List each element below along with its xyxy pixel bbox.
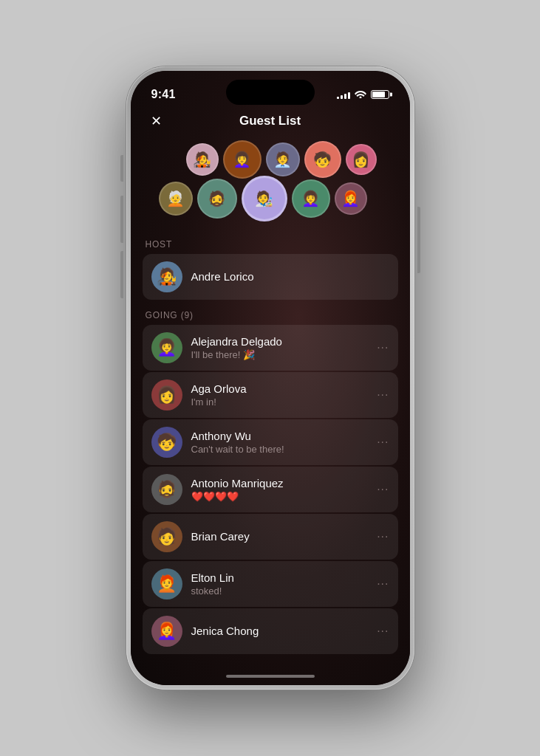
avatar-9: 👩‍🦰 [335,182,367,215]
guest-name-7: Jenica Chong [191,625,369,638]
avatar-cluster: 🧑‍🎤 👩‍🦱 🧑‍💼 🧒 👩 🧑‍🦳 🧔 🧑‍🎨 👩‍🦱 👩‍🦰 [131,137,410,233]
volume-up-button[interactable] [120,196,123,243]
host-name: Andre Lorico [191,270,389,284]
more-button-4[interactable]: ··· [377,483,389,496]
guest-status-6: stoked! [191,585,369,597]
guest-name-2: Aga Orlova [191,382,369,396]
battery-icon [371,90,389,99]
power-button[interactable] [417,207,420,273]
guest-info-5: Brian Carey [191,530,369,543]
guest-item-antonio: 🧔 Antonio Manriquez ❤️❤️❤️❤️ ··· [143,467,398,512]
guest-item-alejandra: 👩‍🦱 Alejandra Delgado I'll be there! 🎉 ·… [143,325,398,371]
avatar-1: 🧑‍🎤 [186,143,219,176]
guest-name-6: Elton Lin [191,571,369,585]
guest-name-5: Brian Carey [191,530,369,543]
phone-frame: 9:41 [126,66,414,690]
status-icons [337,89,389,100]
status-time: 9:41 [151,88,176,101]
guest-status-1: I'll be there! 🎉 [191,349,369,360]
dynamic-island [226,80,315,105]
avatar-8: 👩‍🦱 [292,179,330,218]
going-label: GOING (9) [143,304,398,325]
volume-down-button[interactable] [120,251,123,298]
host-section: HOST 🧑‍🎤 Andre Lorico [131,233,410,300]
host-avatar: 🧑‍🎤 [151,261,182,292]
mute-button[interactable] [120,155,123,182]
host-label: HOST [143,233,398,254]
avatar-3: 🧑‍💼 [266,142,300,176]
avatar-row-1: 🧑‍🎤 👩‍🦱 🧑‍💼 🧒 👩 [186,140,377,179]
more-button-3[interactable]: ··· [377,436,389,449]
signal-bar-1 [337,97,339,99]
signal-bar-2 [341,95,343,99]
close-button[interactable]: ✕ [146,110,168,132]
guest-item-aga: 👩 Aga Orlova I'm in! ··· [143,372,398,418]
guest-info-1: Alejandra Delgado I'll be there! 🎉 [191,335,369,360]
signal-bar-3 [344,94,346,99]
avatar-5: 👩 [346,144,377,175]
battery-fill [372,92,386,97]
more-button-5[interactable]: ··· [377,530,389,543]
guest-item-anthony: 🧒 Anthony Wu Can't wait to be there! ··· [143,419,398,465]
guest-status-3: Can't wait to be there! [191,444,369,455]
signal-icon [337,90,350,99]
guest-avatar-2: 👩 [151,379,182,410]
more-button-7[interactable]: ··· [377,625,389,638]
host-info: Andre Lorico [191,270,389,284]
avatar-6: 🧑‍🦳 [159,182,193,216]
guest-info-4: Antonio Manriquez ❤️❤️❤️❤️ [191,477,369,502]
guest-name-4: Antonio Manriquez [191,477,369,490]
guest-info-7: Jenica Chong [191,625,369,638]
wifi-icon [355,89,366,100]
guest-item-brian: 🧑 Brian Carey ··· [143,514,398,560]
avatar-row-2: 🧑‍🦳 🧔 🧑‍🎨 👩‍🦱 👩‍🦰 [159,176,367,221]
guest-avatar-1: 👩‍🦱 [151,332,182,363]
guest-avatar-4: 🧔 [151,474,182,505]
guest-status-4: ❤️❤️❤️❤️ [191,491,369,502]
guest-info-2: Aga Orlova I'm in! [191,382,369,408]
guest-item-jenica: 👩‍🦰 Jenica Chong ··· [143,608,398,654]
guest-item-elton: 🧑‍🦰 Elton Lin stoked! ··· [143,561,398,607]
avatar-center: 🧑‍🎨 [242,176,287,221]
page-title: Guest List [239,114,301,128]
avatar-7: 🧔 [197,179,237,219]
host-item: 🧑‍🎤 Andre Lorico [143,254,398,300]
guest-info-3: Anthony Wu Can't wait to be there! [191,430,369,455]
guest-avatar-7: 👩‍🦰 [151,616,182,647]
guest-name-1: Alejandra Delgado [191,335,369,348]
going-section: GOING (9) 👩‍🦱 Alejandra Delgado I'll be … [131,304,410,654]
app-screen: 9:41 [131,71,410,685]
more-button-6[interactable]: ··· [377,577,389,591]
status-bar: 9:41 [131,71,410,108]
guest-avatar-6: 🧑‍🦰 [151,568,182,599]
signal-bar-4 [348,92,350,99]
more-button-2[interactable]: ··· [377,388,389,402]
guest-status-2: I'm in! [191,396,369,408]
guest-avatar-5: 🧑 [151,521,182,552]
guest-name-3: Anthony Wu [191,430,369,443]
avatar-2: 👩‍🦱 [223,140,262,179]
guest-avatar-3: 🧒 [151,427,182,458]
guest-info-6: Elton Lin stoked! [191,571,369,597]
page-header: ✕ Guest List [131,108,410,137]
home-indicator [226,675,315,678]
avatar-4: 🧒 [304,141,341,178]
more-button-1[interactable]: ··· [377,341,389,354]
phone-screen: 9:41 [131,71,410,685]
screen-content: ✕ Guest List 🧑‍🎤 👩‍🦱 🧑‍💼 🧒 👩 [131,108,410,685]
